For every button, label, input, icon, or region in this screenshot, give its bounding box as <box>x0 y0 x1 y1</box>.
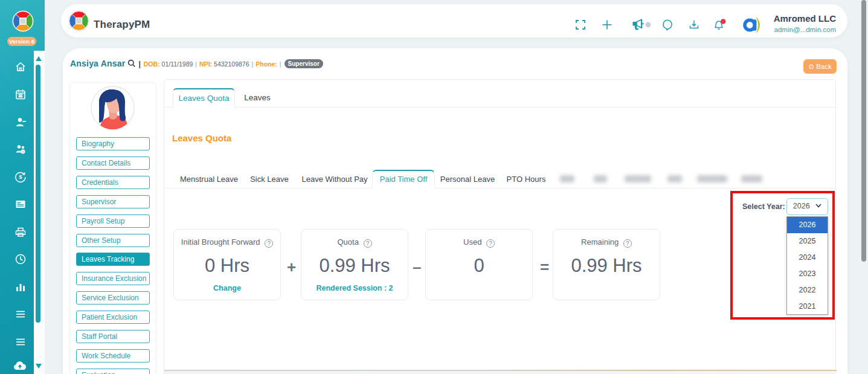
svg-text:$: $ <box>19 174 22 180</box>
svg-text:+: + <box>22 150 24 153</box>
